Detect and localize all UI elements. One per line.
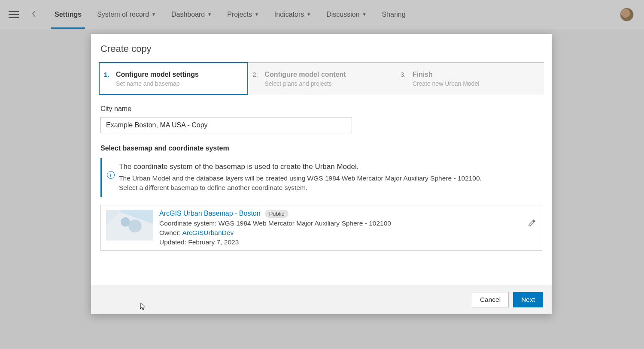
cursor-icon [140,302,146,311]
step-title: Configure model content [264,71,346,78]
step-number: 3. [401,71,408,88]
basemap-section-label: Select basemap and coordinate system [100,144,542,152]
step-subtitle: Set name and basemap [116,80,199,87]
dialog-body: City name Select basemap and coordinate … [91,95,552,285]
create-copy-dialog: Create copy 1. Configure model settings … [91,34,552,314]
public-badge: Public [265,210,289,218]
basemap-owner: Owner: ArcGISUrbanDev [159,229,537,237]
step-number: 2. [252,71,260,88]
basemap-title-link[interactable]: ArcGIS Urban Basemap - Boston [159,210,261,217]
info-callout: i The coordinate system of the basemap i… [100,158,542,197]
city-name-input[interactable] [100,117,352,133]
info-icon: i [107,171,115,179]
city-name-label: City name [100,105,542,113]
step-1[interactable]: 1. Configure model settings Set name and… [99,62,248,95]
next-button[interactable]: Next [513,292,543,307]
owner-link[interactable]: ArcGISUrbanDev [182,229,234,236]
step-subtitle: Select plans and projects [264,80,346,87]
wizard-steps: 1. Configure model settings Set name and… [99,62,544,95]
info-text-2: Select a different basemap to define ano… [119,183,537,193]
step-title: Finish [413,71,480,78]
step-number: 1. [104,71,112,87]
basemap-updated: Updated: February 7, 2023 [159,238,537,246]
step-3[interactable]: 3. Finish Create new Urban Model [396,62,544,95]
basemap-thumbnail [106,210,153,241]
info-text-1: The Urban Model and the database layers … [119,174,537,183]
step-title: Configure model settings [116,71,199,78]
basemap-card: ArcGIS Urban Basemap - Boston Public Coo… [100,205,542,251]
basemap-card-body: ArcGIS Urban Basemap - Boston Public Coo… [159,210,537,246]
cancel-button[interactable]: Cancel [472,292,509,307]
dialog-title: Create copy [91,34,552,62]
step-2[interactable]: 2. Configure model content Select plans … [248,62,396,95]
info-title: The coordinate system of the basemap is … [119,162,537,171]
step-subtitle: Create new Urban Model [413,80,480,87]
basemap-crs: Coordinate system: WGS 1984 Web Mercator… [159,220,537,227]
dialog-footer: Cancel Next [91,285,552,314]
edit-basemap-button[interactable] [528,219,536,229]
